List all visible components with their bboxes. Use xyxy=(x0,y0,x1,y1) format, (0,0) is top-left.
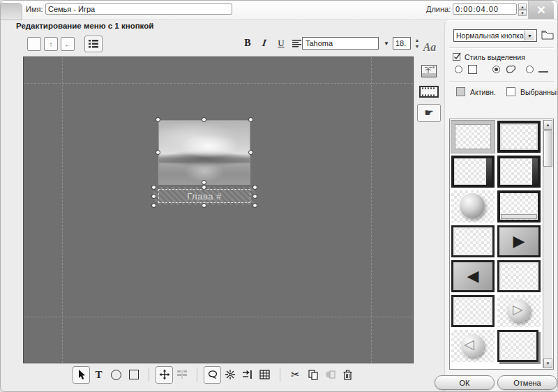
menu-canvas[interactable]: Глава # xyxy=(23,56,414,363)
burst-icon xyxy=(225,369,236,380)
italic-button[interactable]: I xyxy=(257,36,271,50)
template-cell[interactable] xyxy=(451,330,495,362)
cut-button[interactable]: ✂ xyxy=(287,366,304,384)
bold-button[interactable]: B xyxy=(241,36,255,50)
selection-handle[interactable] xyxy=(252,185,257,190)
button-link-tool[interactable]: ☛ xyxy=(417,104,441,122)
template-scrollbar[interactable]: ▲ ▼ xyxy=(543,120,552,368)
selected-color-checkbox[interactable] xyxy=(506,87,515,96)
selection-handle[interactable] xyxy=(202,117,206,122)
font-size-input[interactable]: 18. xyxy=(393,37,411,50)
titlebar: Имя: Длина: ▲ ▼ ✕ xyxy=(1,1,558,20)
template-cell[interactable] xyxy=(497,225,541,257)
button-template-thumb xyxy=(497,330,538,362)
copy-icon xyxy=(308,370,318,380)
button-template-thumb xyxy=(451,330,495,362)
template-cell[interactable] xyxy=(497,156,541,188)
text-tool[interactable]: T xyxy=(90,366,107,384)
template-cell[interactable] xyxy=(497,190,541,223)
text-style-button[interactable]: Aa xyxy=(419,41,440,56)
template-cell[interactable] xyxy=(451,190,495,223)
scroll-up-button[interactable]: ▲ xyxy=(543,120,552,130)
selection-handle[interactable] xyxy=(151,203,156,208)
copy-button[interactable] xyxy=(304,366,322,384)
length-spinner[interactable]: ▲ ▼ xyxy=(518,3,527,16)
chapter-text-box[interactable]: Глава # xyxy=(158,189,250,203)
selection-handle[interactable] xyxy=(202,185,206,190)
ok-button[interactable]: ОК xyxy=(435,375,495,390)
font-family-dropdown-button[interactable]: ▼ xyxy=(382,39,391,48)
font-family-select[interactable]: Tahoma xyxy=(302,37,379,50)
magic-select-tool[interactable] xyxy=(221,366,239,384)
template-cell[interactable] xyxy=(497,330,541,362)
selection-handle[interactable] xyxy=(151,185,156,190)
menu-button-image[interactable] xyxy=(158,120,250,185)
selection-handle[interactable] xyxy=(202,180,206,185)
template-cell[interactable] xyxy=(451,121,495,153)
template-cell[interactable] xyxy=(451,156,495,188)
underline-shape-icon xyxy=(538,71,548,73)
edit-toolbar: T xyxy=(73,365,356,384)
button-type-select[interactable]: Нормальная кнопка ▼ xyxy=(453,29,537,42)
selection-handle[interactable] xyxy=(202,203,206,208)
highlight-style-label: Стиль выделения xyxy=(465,53,525,61)
cancel-button[interactable]: Отмена xyxy=(497,375,557,390)
template-cell[interactable] xyxy=(451,295,495,327)
template-grid xyxy=(451,121,543,368)
selection-handle[interactable] xyxy=(248,117,253,122)
close-button[interactable]: ✕ xyxy=(528,1,554,19)
checked-checkbox-icon xyxy=(453,52,461,61)
menu-name-input[interactable] xyxy=(45,3,232,15)
rectangle-tool[interactable] xyxy=(125,366,142,384)
paste-button[interactable] xyxy=(322,366,339,384)
delete-button[interactable] xyxy=(339,366,356,384)
style-shape-radio[interactable] xyxy=(492,66,500,73)
active-color-checkbox[interactable] xyxy=(456,87,465,96)
select-tool[interactable] xyxy=(73,366,90,384)
highlight-style-checkbox[interactable] xyxy=(452,52,462,61)
spinner-up-icon[interactable]: ▲ xyxy=(518,3,527,10)
new-frame-button[interactable] xyxy=(27,37,41,51)
selection-handle[interactable] xyxy=(252,194,257,199)
template-cell[interactable] xyxy=(497,260,541,292)
underline-button[interactable]: U xyxy=(274,36,288,50)
selection-handle[interactable] xyxy=(151,194,156,199)
selection-handle[interactable] xyxy=(156,150,160,155)
text-tool-icon: T xyxy=(95,369,102,381)
spinner-down-icon[interactable]: ▼ xyxy=(518,10,527,16)
button-template-thumb xyxy=(451,190,495,223)
trash-icon xyxy=(343,370,352,380)
selection-handle[interactable] xyxy=(248,150,253,155)
ellipse-tool[interactable] xyxy=(107,366,125,384)
template-cell[interactable] xyxy=(451,260,495,292)
close-icon: ✕ xyxy=(536,3,545,17)
style-box-radio[interactable] xyxy=(455,66,462,73)
style-underline-radio[interactable] xyxy=(526,66,534,73)
template-cell[interactable] xyxy=(497,295,541,327)
raise-button[interactable]: ↑ xyxy=(44,37,58,51)
chevron-down-icon[interactable]: ▼ xyxy=(525,31,534,40)
list-icon xyxy=(89,40,98,48)
grid-tool[interactable] xyxy=(256,366,273,384)
selection-handle[interactable] xyxy=(252,203,257,208)
template-cell[interactable] xyxy=(497,121,541,153)
move-tool[interactable] xyxy=(156,366,173,384)
freeform-shape-icon xyxy=(505,64,518,75)
list-view-toggle[interactable] xyxy=(84,36,103,52)
back-button[interactable]: ← xyxy=(61,37,75,51)
template-cell[interactable] xyxy=(451,225,495,257)
name-label: Имя: xyxy=(26,5,43,13)
snap-to-edge-tool[interactable] xyxy=(239,366,256,384)
align-objects-tool[interactable] xyxy=(173,366,190,384)
scrollbar-thumb[interactable] xyxy=(543,130,552,167)
video-frame-button[interactable] xyxy=(418,84,439,98)
background-image-button[interactable] xyxy=(420,63,438,79)
selection-handle[interactable] xyxy=(156,117,160,122)
text-align-button[interactable] xyxy=(289,36,303,50)
length-input[interactable] xyxy=(453,3,517,15)
open-folder-button[interactable] xyxy=(540,28,555,42)
length-label: Длина: xyxy=(426,5,451,13)
lasso-select-tool[interactable] xyxy=(204,366,221,384)
chapter-label: Глава # xyxy=(187,191,221,202)
scroll-down-button[interactable]: ▼ xyxy=(543,359,552,368)
